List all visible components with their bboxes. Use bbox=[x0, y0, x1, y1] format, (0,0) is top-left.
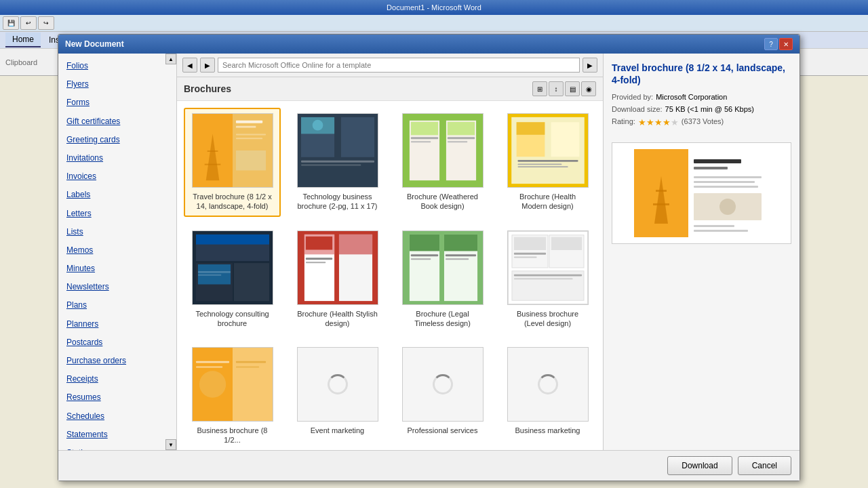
sidebar-item-memos[interactable]: Memos bbox=[58, 241, 176, 260]
template-thumbnail bbox=[297, 347, 378, 422]
sidebar-item-plans[interactable]: Plans bbox=[58, 296, 176, 314]
sidebar-scroll-up[interactable]: ▲ bbox=[165, 54, 176, 64]
sidebar-item-schedules[interactable]: Schedules bbox=[58, 407, 176, 426]
template-item[interactable]: Business brochure (Level design) bbox=[499, 225, 596, 334]
svg-rect-12 bbox=[340, 117, 374, 157]
svg-rect-32 bbox=[517, 163, 561, 165]
cancel-button[interactable]: Cancel bbox=[738, 456, 791, 475]
template-thumbnail bbox=[507, 113, 589, 188]
rating-meta: Rating: ★★★★★ (6373 Votes) bbox=[612, 117, 791, 127]
template-label: Travel brochure (8 1/2 x 14, landscape, … bbox=[192, 192, 273, 211]
sidebar-item-purchase-orders[interactable]: Purchase orders bbox=[58, 352, 176, 370]
template-item[interactable]: Technology consulting brochure bbox=[184, 225, 281, 334]
help-button[interactable]: ? bbox=[764, 38, 778, 50]
sidebar-scroll-down[interactable]: ▼ bbox=[165, 439, 176, 450]
sidebar-item-gift-certificates[interactable]: Gift certificates bbox=[58, 113, 176, 131]
view-btn-3[interactable]: ▤ bbox=[565, 81, 580, 96]
template-label: Professional services bbox=[408, 426, 478, 435]
undo-icon[interactable]: ↩ bbox=[20, 16, 37, 30]
svg-rect-5 bbox=[235, 121, 262, 123]
brochures-header: Brochures ⊞ ↕ ▤ ◉ bbox=[177, 77, 603, 101]
template-thumbnail bbox=[402, 230, 484, 305]
sidebar-item-minutes[interactable]: Minutes bbox=[58, 260, 176, 278]
template-item[interactable]: Technology business brochure (2-pg, 11 x… bbox=[289, 108, 386, 217]
template-grid: Travel brochure (8 1/2 x 14, landscape, … bbox=[184, 108, 596, 450]
svg-rect-9 bbox=[235, 150, 265, 170]
back-button[interactable]: ◀ bbox=[182, 58, 197, 73]
sidebar-item-stationery[interactable]: Stationery bbox=[58, 444, 176, 450]
sidebar-item-flyers[interactable]: Flyers bbox=[58, 75, 176, 94]
svg-rect-55 bbox=[410, 254, 437, 256]
svg-rect-8 bbox=[235, 138, 262, 139]
svg-rect-54 bbox=[443, 235, 477, 251]
template-item[interactable]: Business marketing bbox=[499, 342, 596, 450]
svg-rect-66 bbox=[551, 237, 581, 249]
template-item[interactable]: Brochure (Health Stylish design) bbox=[289, 225, 386, 334]
template-label: Technology consulting brochure bbox=[192, 309, 273, 329]
svg-rect-39 bbox=[197, 264, 230, 284]
template-item[interactable]: Event marketing bbox=[289, 342, 386, 450]
sidebar-items-container: FoliosFlyersFormsGift certificatesGreeti… bbox=[58, 57, 176, 450]
svg-rect-21 bbox=[410, 137, 437, 139]
download-button[interactable]: Download bbox=[667, 456, 732, 475]
template-label: Business marketing bbox=[515, 426, 580, 435]
sidebar-item-invitations[interactable]: Invitations bbox=[58, 149, 176, 167]
sidebar-item-forms[interactable]: Forms bbox=[58, 94, 176, 112]
template-item[interactable]: Brochure (Weathered Book design) bbox=[394, 108, 491, 217]
search-go-button[interactable]: ▶ bbox=[583, 58, 597, 73]
main-content: ◀ ▶ ▶ Brochures ⊞ ↕ ▤ ◉ bbox=[177, 54, 603, 450]
sidebar-item-letters[interactable]: Letters bbox=[58, 205, 176, 223]
download-size-label: Download size: bbox=[612, 105, 663, 113]
save-icon[interactable]: 💾 bbox=[3, 16, 19, 30]
preview-svg bbox=[634, 149, 770, 237]
svg-rect-36 bbox=[196, 235, 269, 245]
sidebar-item-receipts[interactable]: Receipts bbox=[58, 370, 176, 388]
template-item[interactable]: Brochure (Legal Timeless design) bbox=[394, 225, 491, 334]
svg-rect-58 bbox=[445, 258, 468, 260]
sidebar-item-statements[interactable]: Statements bbox=[58, 426, 176, 444]
sidebar-item-planners[interactable]: Planners bbox=[58, 315, 176, 333]
download-size-value: 75 KB (<1 min @ 56 Kbps) bbox=[665, 105, 754, 113]
svg-point-14 bbox=[312, 120, 323, 131]
sidebar-item-invoices[interactable]: Invoices bbox=[58, 167, 176, 186]
dialog-footer: Download Cancel bbox=[58, 450, 800, 481]
sidebar-item-resumes[interactable]: Resumes bbox=[58, 388, 176, 407]
view-btn-2[interactable]: ↕ bbox=[549, 81, 564, 96]
close-button[interactable]: ✕ bbox=[779, 38, 793, 50]
sidebar-item-newsletters[interactable]: Newsletters bbox=[58, 278, 176, 296]
template-label: Brochure (Weathered Book design) bbox=[402, 192, 484, 211]
svg-rect-70 bbox=[233, 348, 273, 421]
svg-rect-56 bbox=[410, 258, 430, 260]
svg-rect-41 bbox=[197, 274, 220, 275]
template-item[interactable]: Professional services bbox=[394, 342, 491, 450]
sidebar-item-folios[interactable]: Folios bbox=[58, 57, 176, 75]
svg-point-71 bbox=[199, 371, 225, 398]
svg-rect-15 bbox=[301, 161, 374, 163]
tab-home[interactable]: Home bbox=[5, 33, 41, 47]
template-item[interactable]: Brochure (Health Modern design) bbox=[499, 108, 596, 217]
search-input[interactable] bbox=[218, 58, 580, 73]
sidebar-item-labels[interactable]: Labels bbox=[58, 186, 176, 204]
svg-rect-4 bbox=[204, 164, 220, 165]
forward-button[interactable]: ▶ bbox=[200, 58, 215, 73]
redo-icon[interactable]: ↪ bbox=[38, 16, 54, 30]
template-thumbnail bbox=[192, 347, 273, 422]
svg-rect-83 bbox=[694, 167, 728, 169]
app-titlebar: Document1 - Microsoft Word bbox=[0, 0, 868, 15]
dialog-title: New Document bbox=[65, 39, 124, 49]
svg-rect-65 bbox=[513, 256, 536, 258]
template-item[interactable]: Travel brochure (8 1/2 x 14, landscape, … bbox=[184, 108, 281, 217]
brochures-title: Brochures bbox=[184, 83, 231, 94]
svg-rect-25 bbox=[447, 141, 467, 142]
svg-rect-31 bbox=[517, 160, 578, 162]
template-label: Brochure (Health Modern design) bbox=[507, 192, 589, 211]
template-label: Event marketing bbox=[311, 426, 364, 435]
provided-by-meta: Provided by: Microsoft Corporation bbox=[612, 93, 791, 101]
template-item[interactable]: Business brochure (8 1/2... bbox=[184, 342, 281, 450]
view-btn-4[interactable]: ◉ bbox=[581, 81, 596, 96]
app-background: Document1 - Microsoft Word 💾 ↩ ↪ Home In… bbox=[0, 0, 868, 488]
sidebar-item-lists[interactable]: Lists bbox=[58, 223, 176, 241]
sidebar-item-greeting-cards[interactable]: Greeting cards bbox=[58, 131, 176, 149]
view-btn-1[interactable]: ⊞ bbox=[532, 81, 547, 96]
sidebar-item-postcards[interactable]: Postcards bbox=[58, 333, 176, 352]
